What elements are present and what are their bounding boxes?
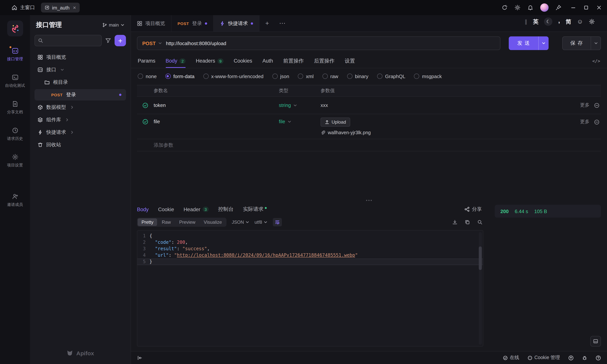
- encoding-select[interactable]: utf8: [255, 220, 267, 225]
- resp-tab-actual-request[interactable]: 实际请求: [243, 206, 267, 213]
- nav-share-docs[interactable]: 分享文档: [2, 97, 27, 118]
- param-name[interactable]: file: [154, 119, 279, 124]
- minimize-icon[interactable]: [571, 5, 576, 10]
- send-button[interactable]: 发 送: [509, 36, 549, 50]
- nav-request-history[interactable]: 请求历史: [2, 124, 27, 145]
- tree-item-project-overview[interactable]: 项目概览: [35, 52, 126, 63]
- resp-tab-body[interactable]: Body: [137, 207, 149, 212]
- nav-project-settings[interactable]: 项目设置: [2, 150, 27, 171]
- settings-gear-icon[interactable]: [515, 5, 520, 11]
- send-options-caret[interactable]: [538, 36, 549, 50]
- resp-tab-cookie[interactable]: Cookie: [158, 207, 174, 212]
- radio-msgpack[interactable]: msgpack: [414, 73, 442, 79]
- add-param-row[interactable]: 添加参数: [137, 139, 601, 151]
- close-window-icon[interactable]: [596, 5, 602, 10]
- mode-pretty[interactable]: Pretty: [138, 218, 157, 226]
- resp-tab-header[interactable]: Header3: [184, 207, 209, 212]
- tree-item-recycle-bin[interactable]: 回收站: [35, 139, 126, 151]
- ime-language-indicator[interactable]: 英: [533, 18, 539, 25]
- save-options-caret[interactable]: [591, 37, 601, 50]
- tab-quick-request[interactable]: 快捷请求: [214, 15, 260, 31]
- mode-preview[interactable]: Preview: [175, 218, 199, 226]
- new-tab-button[interactable]: +: [260, 15, 275, 31]
- nav-invite-members[interactable]: 邀请成员: [2, 190, 27, 211]
- main-window-button[interactable]: 主窗口: [11, 4, 35, 11]
- url-input[interactable]: [166, 40, 495, 46]
- app-logo[interactable]: [7, 20, 23, 36]
- radio-json[interactable]: json: [272, 73, 289, 79]
- param-type-select[interactable]: string: [279, 102, 315, 108]
- param-value[interactable]: xxx: [315, 102, 565, 108]
- tree-item-quick-request[interactable]: 快捷请求: [35, 127, 126, 138]
- upgrade-icon[interactable]: [568, 355, 574, 360]
- mode-raw[interactable]: Raw: [158, 218, 175, 226]
- generate-code-icon[interactable]: </>: [592, 58, 600, 64]
- window-tab-im-auth[interactable]: im_auth ×: [41, 3, 80, 13]
- ime-settings-gear-icon[interactable]: [589, 19, 595, 25]
- tab-auth[interactable]: Auth: [263, 54, 273, 68]
- radio-none[interactable]: none: [138, 73, 157, 79]
- search-input[interactable]: [46, 38, 98, 43]
- resize-handle[interactable]: [131, 198, 607, 202]
- format-select[interactable]: JSON: [232, 220, 249, 225]
- param-type-select[interactable]: file: [279, 119, 315, 124]
- radio-graphql[interactable]: GraphQL: [377, 73, 405, 79]
- pin-icon[interactable]: [555, 5, 561, 11]
- moon-icon[interactable]: ☾: [544, 17, 553, 26]
- nav-automated-testing[interactable]: 自动化测试: [2, 71, 27, 92]
- param-name[interactable]: token: [154, 102, 279, 108]
- bug-report-icon[interactable]: [582, 355, 587, 360]
- add-api-button[interactable]: +: [115, 35, 126, 46]
- mode-visualize[interactable]: Visualize: [200, 218, 226, 226]
- resp-tab-console[interactable]: 控制台: [218, 206, 234, 213]
- enabled-check-icon[interactable]: [142, 102, 148, 108]
- close-tab-icon[interactable]: ×: [73, 5, 76, 11]
- tree-item-root-folder[interactable]: 根目录: [35, 77, 126, 88]
- editor-scrollbar-thumb[interactable]: [479, 247, 482, 270]
- layout-panel-button[interactable]: [590, 336, 601, 347]
- tab-params[interactable]: Params: [138, 54, 155, 68]
- emoji-smiley-icon[interactable]: ☺: [577, 18, 583, 25]
- branch-selector[interactable]: main: [102, 22, 124, 27]
- collapse-left-icon[interactable]: [137, 355, 142, 360]
- tab-post-actions[interactable]: 后置操作: [314, 54, 334, 68]
- radio-raw[interactable]: raw: [322, 73, 338, 79]
- search-box[interactable]: [35, 35, 102, 46]
- tree-item-api-group[interactable]: 接口: [35, 64, 126, 76]
- ime-punctuation-icon[interactable]: ,: [558, 17, 560, 25]
- tree-item-data-models[interactable]: 数据模型: [35, 102, 126, 113]
- share-button[interactable]: 分享: [464, 206, 482, 213]
- tree-item-login-api[interactable]: POST 登录: [35, 89, 126, 101]
- tree-item-component-library[interactable]: 组件库: [35, 114, 126, 126]
- more-link[interactable]: 更多: [580, 119, 590, 125]
- search-response-icon[interactable]: [477, 220, 483, 225]
- ime-simplified-indicator[interactable]: 简: [566, 18, 571, 25]
- remove-row-icon[interactable]: [594, 103, 599, 108]
- tab-project-overview[interactable]: 项目概览: [131, 15, 172, 31]
- help-icon[interactable]: [596, 355, 601, 360]
- tab-body[interactable]: Body2: [166, 54, 185, 68]
- save-button[interactable]: 保 存: [562, 36, 601, 50]
- method-select[interactable]: POST: [142, 40, 162, 46]
- online-status[interactable]: 在线: [503, 354, 519, 361]
- more-tabs-button[interactable]: ⋯: [275, 15, 290, 31]
- cookie-manager[interactable]: Cookie 管理: [528, 354, 560, 361]
- ime-drag-handle-icon[interactable]: ∥: [525, 19, 527, 25]
- radio-form-data[interactable]: form-data: [165, 73, 194, 79]
- radio-x-www-form-urlencoded[interactable]: x-www-form-urlencoded: [203, 73, 264, 79]
- tab-settings[interactable]: 设置: [345, 54, 355, 68]
- enabled-check-icon[interactable]: [142, 119, 148, 125]
- user-avatar[interactable]: [540, 3, 549, 12]
- sync-icon[interactable]: [501, 5, 508, 11]
- maximize-icon[interactable]: [583, 5, 589, 10]
- response-body-editor[interactable]: 1{2 "code": 200,3 "result": "success",4 …: [137, 230, 483, 347]
- tab-headers[interactable]: Headers9: [196, 54, 224, 68]
- attached-file[interactable]: wallhaven-yjr3lk.png: [321, 130, 565, 135]
- nav-api-management[interactable]: 接口管理: [2, 44, 27, 65]
- tab-login-api[interactable]: POST 登录: [172, 15, 214, 31]
- word-wrap-icon[interactable]: [273, 218, 282, 226]
- radio-xml[interactable]: xml: [298, 73, 314, 79]
- notifications-bell-icon[interactable]: [527, 5, 533, 11]
- download-icon[interactable]: [452, 220, 458, 225]
- more-link[interactable]: 更多: [580, 102, 590, 108]
